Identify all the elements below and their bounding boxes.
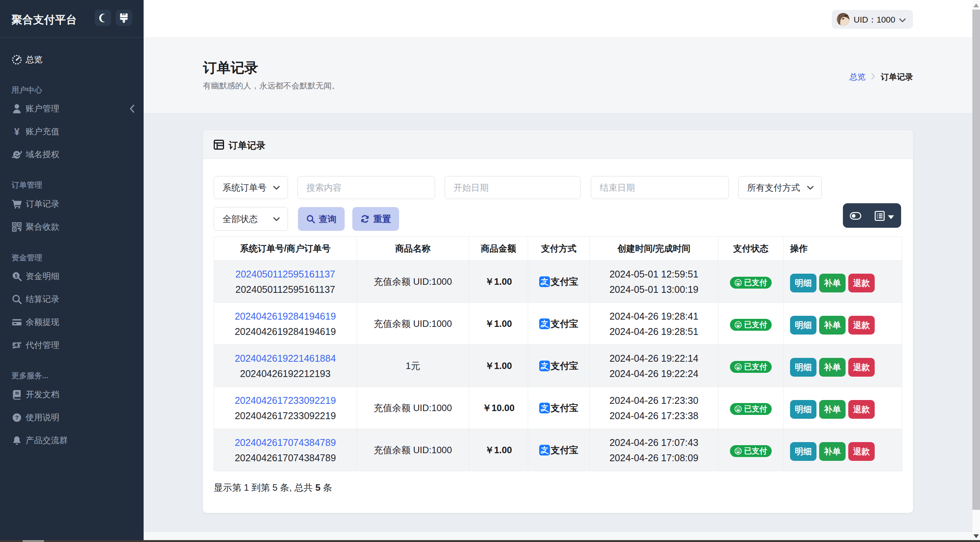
svg-text:?: ? [15, 414, 18, 421]
svg-text:$: $ [15, 273, 18, 279]
